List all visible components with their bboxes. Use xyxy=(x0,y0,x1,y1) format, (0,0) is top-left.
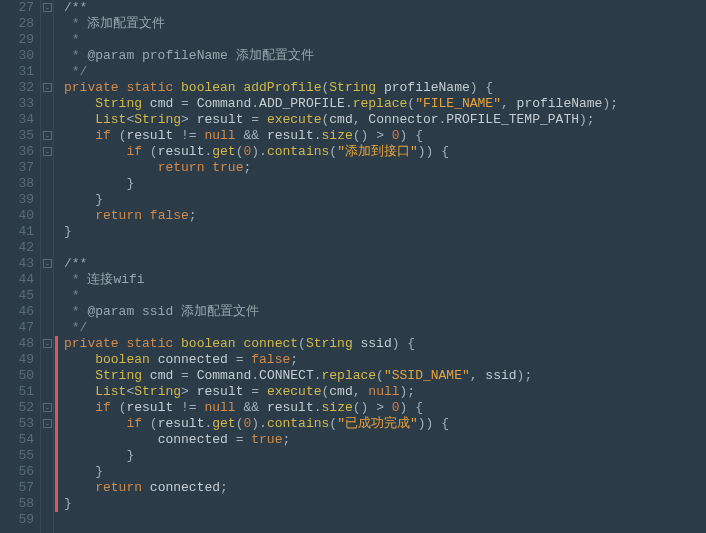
line-number: 32 xyxy=(0,80,34,96)
code-token: String xyxy=(329,80,376,95)
code-line[interactable]: * 连接wifi xyxy=(64,272,618,288)
line-number: 54 xyxy=(0,432,34,448)
code-token: ) { xyxy=(400,400,423,415)
fold-toggle-icon[interactable]: - xyxy=(43,403,52,412)
code-token: String xyxy=(95,368,142,383)
code-token: . xyxy=(314,128,322,143)
code-line[interactable]: private static boolean addProfile(String… xyxy=(64,80,618,96)
code-line[interactable]: } xyxy=(64,224,618,240)
code-line[interactable]: connected = true; xyxy=(64,432,618,448)
code-token: ( xyxy=(142,416,158,431)
line-number: 37 xyxy=(0,160,34,176)
fold-toggle-icon[interactable]: - xyxy=(43,259,52,268)
fold-toggle-icon[interactable]: - xyxy=(43,131,52,140)
code-token: , xyxy=(470,368,486,383)
code-line[interactable] xyxy=(64,512,618,528)
code-token: } xyxy=(64,192,103,207)
code-token xyxy=(142,480,150,495)
code-line[interactable]: } xyxy=(64,496,618,512)
code-token: ; xyxy=(290,352,298,367)
code-token: contains xyxy=(267,416,329,431)
code-token xyxy=(64,432,158,447)
code-token: if xyxy=(126,144,142,159)
code-token xyxy=(142,208,150,223)
code-line[interactable]: * xyxy=(64,288,618,304)
line-number: 27 xyxy=(0,0,34,16)
code-line[interactable]: } xyxy=(64,176,618,192)
code-token: false xyxy=(251,352,290,367)
code-token: result xyxy=(267,400,314,415)
code-token: Command xyxy=(197,368,252,383)
line-number: 42 xyxy=(0,240,34,256)
line-number: 36 xyxy=(0,144,34,160)
code-token: "FILE_NAME" xyxy=(415,96,501,111)
code-line[interactable]: return false; xyxy=(64,208,618,224)
code-line[interactable]: } xyxy=(64,448,618,464)
code-token: String xyxy=(95,96,142,111)
code-line[interactable]: } xyxy=(64,192,618,208)
code-line[interactable]: if (result != null && result.size() > 0)… xyxy=(64,400,618,416)
code-line[interactable]: * @param profileName 添加配置文件 xyxy=(64,48,618,64)
code-token: != xyxy=(173,128,204,143)
code-token xyxy=(64,128,95,143)
line-number: 57 xyxy=(0,480,34,496)
code-line[interactable]: } xyxy=(64,464,618,480)
code-line[interactable]: if (result != null && result.size() > 0)… xyxy=(64,128,618,144)
code-line[interactable]: /** xyxy=(64,256,618,272)
code-token: = xyxy=(243,112,266,127)
code-token: connected xyxy=(150,480,220,495)
code-token: . xyxy=(251,368,259,383)
code-line[interactable]: return true; xyxy=(64,160,618,176)
code-token: * xyxy=(64,304,87,319)
line-number: 41 xyxy=(0,224,34,240)
code-token: cmd xyxy=(150,96,173,111)
code-line[interactable]: * 添加配置文件 xyxy=(64,16,618,32)
code-token xyxy=(64,352,95,367)
code-token: cmd xyxy=(329,384,352,399)
code-line[interactable]: if (result.get(0).contains("已成功完成")) { xyxy=(64,416,618,432)
code-line[interactable]: */ xyxy=(64,320,618,336)
code-token: ( xyxy=(376,368,384,383)
code-line[interactable]: boolean connected = false; xyxy=(64,352,618,368)
code-line[interactable]: private static boolean connect(String ss… xyxy=(64,336,618,352)
code-token: "已成功完成" xyxy=(337,416,418,431)
code-token: = xyxy=(228,432,251,447)
code-token: > xyxy=(181,384,197,399)
code-token: ; xyxy=(282,432,290,447)
code-token: . xyxy=(345,96,353,111)
code-token: 0 xyxy=(392,128,400,143)
code-token: ( xyxy=(142,144,158,159)
code-token: * xyxy=(64,32,80,47)
code-line[interactable] xyxy=(64,240,618,256)
code-line[interactable]: /** xyxy=(64,0,618,16)
line-number: 55 xyxy=(0,448,34,464)
code-line[interactable]: List<String> result = execute(cmd, null)… xyxy=(64,384,618,400)
code-line[interactable]: if (result.get(0).contains("添加到接口")) { xyxy=(64,144,618,160)
code-line[interactable]: String cmd = Command.ADD_PROFILE.replace… xyxy=(64,96,618,112)
code-line[interactable]: * xyxy=(64,32,618,48)
code-token xyxy=(64,416,126,431)
code-line[interactable]: * @param ssid 添加配置文件 xyxy=(64,304,618,320)
line-number-gutter: 2728293031323334353637383940414243444546… xyxy=(0,0,40,533)
line-number: 53 xyxy=(0,416,34,432)
fold-toggle-icon[interactable]: - xyxy=(43,339,52,348)
fold-toggle-icon[interactable]: - xyxy=(43,3,52,12)
code-area[interactable]: /** * 添加配置文件 * * @param profileName 添加配置… xyxy=(60,0,618,533)
code-token: profileName xyxy=(384,80,470,95)
line-number: 49 xyxy=(0,352,34,368)
code-token: * xyxy=(64,272,87,287)
code-line[interactable]: String cmd = Command.CONNECT.replace("SS… xyxy=(64,368,618,384)
code-line[interactable]: return connected; xyxy=(64,480,618,496)
code-token: ( xyxy=(329,144,337,159)
code-token: result xyxy=(267,128,314,143)
code-token: . xyxy=(314,400,322,415)
code-line[interactable]: */ xyxy=(64,64,618,80)
fold-toggle-icon[interactable]: - xyxy=(43,147,52,156)
fold-toggle-icon[interactable]: - xyxy=(43,419,52,428)
code-token xyxy=(376,80,384,95)
line-number: 39 xyxy=(0,192,34,208)
fold-toggle-icon[interactable]: - xyxy=(43,83,52,92)
code-line[interactable]: List<String> result = execute(cmd, Conne… xyxy=(64,112,618,128)
code-token: */ xyxy=(64,64,87,79)
code-token: } xyxy=(64,448,134,463)
